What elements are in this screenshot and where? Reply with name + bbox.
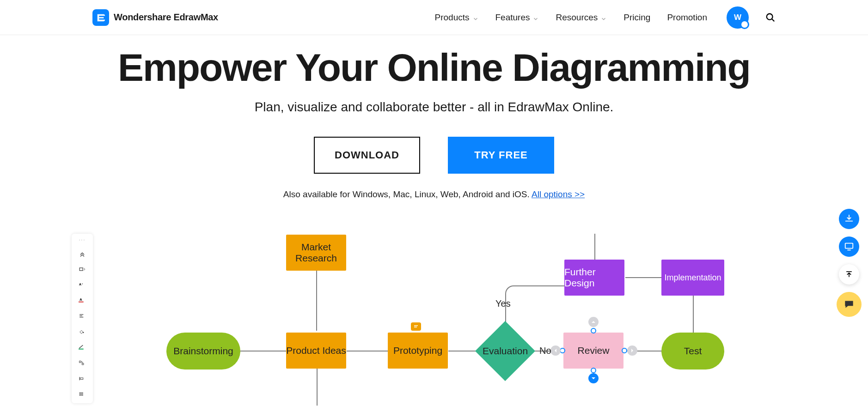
- comment-icon[interactable]: [411, 322, 421, 331]
- svg-rect-9: [79, 302, 84, 303]
- availability-text: Also available for Windows, Mac, Linux, …: [0, 189, 868, 200]
- site-header: Wondershare EdrawMax Products Features R…: [0, 0, 868, 35]
- try-free-label: TRY FREE: [474, 149, 528, 161]
- nav-promotion-label: Promotion: [667, 12, 707, 23]
- avatar-initial: W: [734, 13, 741, 22]
- nav-resources-label: Resources: [556, 12, 598, 23]
- brand-name: Wondershare EdrawMax: [114, 12, 218, 23]
- node-review[interactable]: Review: [563, 333, 623, 369]
- nav-products-label: Products: [435, 12, 470, 23]
- distribute-tool-icon[interactable]: [77, 376, 87, 384]
- selection-handle[interactable]: [591, 368, 596, 373]
- availability-prefix: Also available for Windows, Mac, Linux, …: [283, 189, 532, 199]
- fill-tool-icon[interactable]: [77, 328, 87, 337]
- edge: [513, 285, 564, 286]
- nav-resources[interactable]: Resources: [556, 12, 607, 23]
- svg-text:+: +: [82, 283, 83, 285]
- hero-section: Empower Your Online Diagramming Plan, vi…: [0, 35, 868, 200]
- node-product-ideas[interactable]: Product Ideas: [286, 333, 346, 369]
- toolbar-grip-icon: ···: [79, 237, 86, 242]
- arrow-top-icon: [844, 270, 854, 279]
- chevron-down-icon: [532, 14, 539, 21]
- hero-subtitle: Plan, visualize and collaborate better -…: [0, 100, 868, 115]
- line-style-tool-icon[interactable]: [77, 344, 87, 352]
- svg-rect-19: [79, 393, 83, 394]
- diagram-canvas: Brainstorming Market Research Product Id…: [109, 234, 779, 400]
- monitor-icon: [844, 242, 854, 252]
- svg-rect-18: [80, 378, 83, 380]
- nav-promotion[interactable]: Promotion: [667, 12, 707, 23]
- svg-line-1: [772, 18, 775, 21]
- node-market-research[interactable]: Market Research: [286, 235, 346, 271]
- node-brainstorming[interactable]: Brainstorming: [166, 333, 240, 370]
- edge: [317, 369, 318, 406]
- direction-right-icon[interactable]: [627, 345, 637, 356]
- svg-text:A: A: [79, 297, 82, 302]
- chat-fab[interactable]: [837, 292, 862, 317]
- font-color-tool-icon[interactable]: A: [77, 297, 87, 305]
- svg-rect-15: [79, 361, 81, 363]
- node-further-design[interactable]: Further Design: [564, 260, 624, 296]
- label-no: No: [539, 345, 551, 356]
- edge: [316, 271, 317, 331]
- node-implementation[interactable]: Implementation: [661, 260, 724, 296]
- svg-rect-20: [79, 394, 83, 395]
- chat-icon: [843, 298, 855, 310]
- direction-left-icon[interactable]: [550, 345, 561, 356]
- node-test[interactable]: Test: [661, 333, 724, 370]
- nav-pricing-label: Pricing: [623, 12, 650, 23]
- svg-point-13: [83, 332, 84, 333]
- search-button[interactable]: [765, 12, 776, 23]
- direction-up-icon[interactable]: [588, 317, 599, 327]
- diagram-preview: ··· A+ A Brainstorming Market Research P…: [72, 234, 779, 400]
- direction-down-icon[interactable]: [588, 373, 599, 383]
- download-icon: [844, 214, 854, 224]
- svg-rect-2: [845, 243, 853, 248]
- download-fab[interactable]: [839, 209, 859, 229]
- svg-point-0: [767, 13, 773, 19]
- font-size-tool-icon[interactable]: A+: [77, 281, 87, 290]
- main-nav: Products Features Resources Pricing Prom…: [435, 6, 776, 29]
- diagram-toolbar: ··· A+ A: [72, 234, 93, 403]
- nav-pricing[interactable]: Pricing: [623, 12, 650, 23]
- edge: [347, 351, 388, 351]
- search-icon: [765, 12, 776, 23]
- chevron-down-icon: [472, 14, 479, 21]
- brand-logo[interactable]: Wondershare EdrawMax: [92, 9, 218, 26]
- edraw-logo-icon: [92, 9, 109, 26]
- try-free-button[interactable]: TRY FREE: [448, 137, 554, 174]
- cta-row: DOWNLOAD TRY FREE: [0, 137, 868, 174]
- all-options-link[interactable]: All options >>: [532, 189, 585, 199]
- nav-products[interactable]: Products: [435, 12, 479, 23]
- nav-features[interactable]: Features: [495, 12, 539, 23]
- edge: [594, 234, 595, 261]
- download-button[interactable]: DOWNLOAD: [314, 137, 420, 174]
- desktop-fab[interactable]: [839, 236, 859, 257]
- hero-title: Empower Your Online Diagramming: [0, 48, 868, 87]
- user-avatar[interactable]: W: [727, 6, 749, 29]
- connector-tool-icon[interactable]: [77, 360, 87, 368]
- floating-action-stack: [837, 209, 862, 317]
- download-label: DOWNLOAD: [335, 149, 399, 161]
- label-yes: Yes: [495, 298, 511, 309]
- node-evaluation[interactable]: Evaluation: [484, 330, 526, 372]
- svg-rect-14: [79, 349, 84, 350]
- align-tool-icon[interactable]: [77, 313, 87, 321]
- shape-tool-icon[interactable]: [77, 266, 87, 274]
- more-tool-icon[interactable]: [77, 391, 87, 400]
- selection-handle[interactable]: [591, 328, 596, 333]
- nav-features-label: Features: [495, 12, 530, 23]
- collapse-icon[interactable]: [77, 250, 87, 258]
- svg-rect-5: [79, 268, 83, 271]
- selection-handle[interactable]: [622, 348, 627, 353]
- chevron-down-icon: [600, 14, 607, 21]
- edge: [625, 277, 662, 278]
- node-prototyping[interactable]: Prototyping: [388, 333, 448, 369]
- edge: [693, 296, 694, 333]
- back-to-top-button[interactable]: [839, 264, 859, 285]
- svg-text:A: A: [79, 283, 81, 286]
- edge: [240, 351, 287, 351]
- edge-corner: [505, 285, 514, 295]
